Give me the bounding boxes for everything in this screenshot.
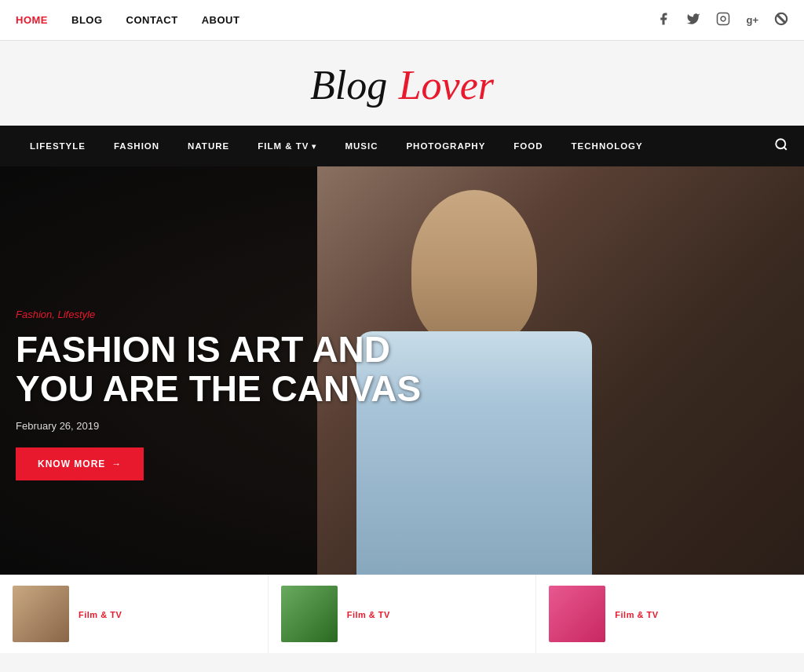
cat-technology[interactable]: TECHNOLOGY xyxy=(557,126,657,166)
cat-music[interactable]: MUSIC xyxy=(331,126,392,166)
wordpress-icon[interactable] xyxy=(774,12,788,29)
card-thumbnail-3 xyxy=(549,586,605,642)
cat-fashion[interactable]: FASHION xyxy=(100,126,174,166)
bottom-card-2[interactable]: Film & TV xyxy=(269,575,537,653)
cat-food[interactable]: FOOD xyxy=(499,126,557,166)
bottom-card-1[interactable]: Film & TV xyxy=(0,575,269,653)
hero-content: Fashion, Lifestyle FASHION IS ART AND YO… xyxy=(16,309,424,480)
cat-lifestyle[interactable]: LIFESTYLE xyxy=(16,126,100,166)
bottom-cards-row: Film & TV Film & TV Film & TV xyxy=(0,575,804,653)
svg-line-4 xyxy=(784,147,786,149)
card-category-1: Film & TV xyxy=(79,607,122,621)
site-logo[interactable]: Blog Lover xyxy=(310,64,494,106)
instagram-icon[interactable] xyxy=(716,12,730,29)
know-more-button[interactable]: KNOW MORE → xyxy=(16,447,144,480)
arrow-icon: → xyxy=(111,458,122,469)
search-icon[interactable] xyxy=(774,137,788,155)
category-navigation: LIFESTYLE FASHION NATURE FILM & TV ▾ MUS… xyxy=(0,126,804,166)
card-thumbnail-2 xyxy=(281,586,338,642)
cat-film-tv[interactable]: FILM & TV ▾ xyxy=(243,126,331,166)
logo-area: Blog Lover xyxy=(0,41,804,126)
hero-title: FASHION IS ART AND YOU ARE THE CANVAS xyxy=(16,330,424,409)
nav-about[interactable]: ABOUT xyxy=(202,14,240,26)
bottom-card-3[interactable]: Film & TV xyxy=(536,575,804,653)
card-category-3: Film & TV xyxy=(615,607,658,621)
hero-date: February 26, 2019 xyxy=(16,420,424,432)
googleplus-icon[interactable]: g+ xyxy=(746,14,758,26)
cat-nav-links: LIFESTYLE FASHION NATURE FILM & TV ▾ MUS… xyxy=(16,126,657,166)
nav-home[interactable]: HOME xyxy=(16,14,48,26)
svg-point-3 xyxy=(776,139,785,148)
logo-blog: Blog xyxy=(310,63,387,108)
social-links: g+ xyxy=(656,12,788,29)
card-thumbnail-1 xyxy=(13,586,69,642)
card-category-2: Film & TV xyxy=(347,607,390,621)
top-navigation: HOME BLOG CONTACT ABOUT g+ xyxy=(0,0,804,41)
nav-contact[interactable]: CONTACT xyxy=(126,14,178,26)
svg-rect-0 xyxy=(718,13,729,24)
nav-blog[interactable]: BLOG xyxy=(71,14,103,26)
chevron-down-icon: ▾ xyxy=(312,142,316,151)
hero-section: Fashion, Lifestyle FASHION IS ART AND YO… xyxy=(0,166,804,575)
cat-photography[interactable]: PHOTOGRAPHY xyxy=(392,126,499,166)
facebook-icon[interactable] xyxy=(656,12,671,29)
logo-lover: Lover xyxy=(399,63,494,108)
hero-categories[interactable]: Fashion, Lifestyle xyxy=(16,309,424,320)
twitter-icon[interactable] xyxy=(686,12,700,29)
cat-nature[interactable]: NATURE xyxy=(174,126,243,166)
know-more-label: KNOW MORE xyxy=(38,458,105,469)
cat-film-tv-label: FILM & TV ▾ xyxy=(258,141,316,151)
top-nav-links: HOME BLOG CONTACT ABOUT xyxy=(16,14,239,26)
